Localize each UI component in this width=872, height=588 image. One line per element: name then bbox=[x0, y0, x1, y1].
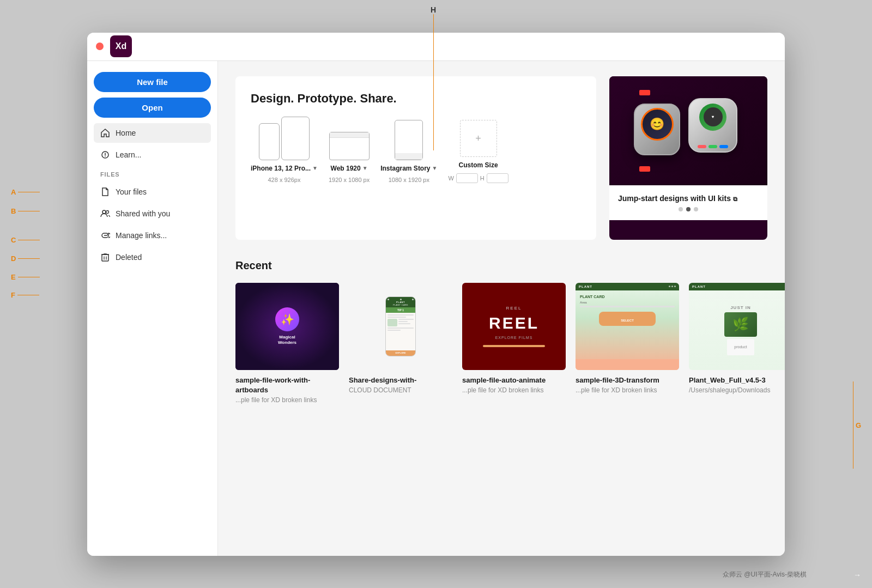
custom-size-inputs: W H bbox=[448, 173, 508, 183]
sidebar: New file Open Home bbox=[87, 61, 218, 556]
watermark: 众师云 @UI平面-Avis-柴晓棋 bbox=[723, 570, 807, 579]
recent-title: Recent bbox=[235, 259, 767, 272]
template-instagram[interactable]: Instagram Story ▼ 1080 x 1920 px bbox=[380, 120, 437, 183]
sidebar-item-home-label: Home bbox=[116, 129, 136, 137]
carousel-dots bbox=[618, 207, 759, 211]
link-icon bbox=[100, 231, 110, 240]
recent-item-3-name: sample-file-auto-animate bbox=[462, 375, 566, 385]
hero-templates-panel: Design. Prototype. Share. iPhone 13, 12 … bbox=[235, 76, 596, 240]
recent-thumb-3: REEL REEL EXPLORE FILMS bbox=[462, 283, 566, 370]
sidebar-item-shared-label: Shared with you bbox=[116, 209, 170, 218]
recent-item-3[interactable]: REEL REEL EXPLORE FILMS sample-file-auto… bbox=[462, 283, 566, 404]
recent-thumb-4: PLANT PLANT CARD Area bbox=[576, 283, 679, 370]
template-iphone-name: iPhone 13, 12 Pro... bbox=[251, 165, 311, 172]
carousel-dot-3[interactable] bbox=[694, 207, 698, 211]
custom-h-input[interactable] bbox=[487, 173, 508, 183]
recent-item-5-sub: /Users/shalegup/Downloads bbox=[689, 386, 785, 394]
titlebar: Xd bbox=[87, 33, 785, 61]
carousel-dot-2[interactable] bbox=[686, 207, 691, 211]
hero-title: Design. Prototype. Share. bbox=[251, 92, 581, 106]
shared-icon bbox=[100, 209, 110, 219]
carousel-dot-1[interactable] bbox=[679, 207, 683, 211]
ui-kits-image: ♥ bbox=[609, 76, 767, 185]
home-icon bbox=[100, 128, 110, 138]
recent-item-2-name: Share-designs-with- bbox=[349, 375, 452, 385]
sidebar-item-your-files[interactable]: Your files bbox=[94, 182, 211, 202]
sidebar-item-your-files-label: Your files bbox=[116, 187, 147, 196]
trash-icon bbox=[100, 252, 110, 262]
template-iphone[interactable]: iPhone 13, 12 Pro... ▼ 428 x 926px bbox=[251, 117, 318, 183]
recent-thumb-1: ✨ MagicalWonders → bbox=[235, 283, 339, 370]
template-iphone-size: 428 x 926px bbox=[268, 177, 301, 183]
template-instagram-size: 1080 x 1920 px bbox=[389, 177, 429, 183]
annotation-G: G bbox=[853, 381, 861, 469]
custom-h-label: H bbox=[480, 175, 485, 181]
template-web-size: 1920 x 1080 px bbox=[329, 177, 370, 183]
ui-kits-panel[interactable]: ♥ bbox=[609, 76, 767, 240]
custom-w-input[interactable] bbox=[456, 173, 478, 183]
annotation-D: D bbox=[11, 254, 40, 263]
open-button[interactable]: Open bbox=[94, 98, 211, 118]
annotation-F: F bbox=[11, 291, 39, 299]
learn-icon bbox=[100, 150, 110, 160]
recent-item-4[interactable]: PLANT PLANT CARD Area bbox=[576, 283, 679, 404]
sidebar-item-learn-label: Learn... bbox=[116, 150, 141, 159]
sidebar-item-deleted-label: Deleted bbox=[116, 253, 142, 262]
sidebar-item-learn[interactable]: Learn... bbox=[94, 145, 211, 165]
close-button[interactable] bbox=[96, 43, 104, 50]
template-row: iPhone 13, 12 Pro... ▼ 428 x 926px We bbox=[251, 117, 581, 183]
custom-w-label: W bbox=[448, 175, 453, 181]
template-custom[interactable]: + Custom Size W H bbox=[448, 120, 508, 183]
ui-kits-title: Jump-start designs with UI kits ⧉ bbox=[618, 194, 759, 203]
hero-section: Design. Prototype. Share. iPhone 13, 12 … bbox=[235, 76, 767, 240]
sidebar-item-home[interactable]: Home bbox=[94, 123, 211, 143]
svg-point-3 bbox=[106, 210, 109, 213]
annotation-B: B bbox=[11, 207, 40, 215]
new-file-button[interactable]: New file bbox=[94, 72, 211, 92]
recent-item-5-name: Plant_Web_Full_v4.5-3 bbox=[689, 375, 785, 385]
template-web[interactable]: Web 1920 ▼ 1920 x 1080 px bbox=[329, 132, 370, 183]
file-icon bbox=[100, 187, 110, 197]
recent-item-5[interactable]: PLANT JUST IN bbox=[689, 283, 785, 404]
template-iphone-dropdown-icon[interactable]: ▼ bbox=[312, 165, 318, 171]
annotation-E: E bbox=[11, 273, 40, 281]
recent-item-3-sub: ...ple file for XD broken links bbox=[462, 386, 566, 394]
main-content: Design. Prototype. Share. iPhone 13, 12 … bbox=[218, 61, 785, 556]
annotation-A: A bbox=[11, 188, 40, 196]
template-instagram-dropdown-icon[interactable]: ▼ bbox=[432, 165, 438, 171]
svg-point-2 bbox=[102, 210, 106, 214]
recent-thumb-2: PLANT PLANT CARE TIP 1 bbox=[349, 283, 452, 370]
recent-item-2-sub: CLOUD DOCUMENT bbox=[349, 386, 452, 394]
recent-item-4-sub: ...ple file for XD broken links bbox=[576, 386, 679, 394]
ui-kits-info: Jump-start designs with UI kits ⧉ bbox=[609, 185, 767, 220]
app-body: New file Open Home bbox=[87, 61, 785, 556]
annotation-C: C bbox=[11, 236, 40, 244]
template-web-dropdown-icon[interactable]: ▼ bbox=[362, 165, 368, 171]
recent-thumb-5: PLANT JUST IN bbox=[689, 283, 785, 370]
template-web-name: Web 1920 bbox=[331, 165, 361, 172]
template-custom-name: Custom Size bbox=[459, 161, 498, 169]
recent-section: Recent ✨ MagicalWonders → bbox=[235, 259, 767, 404]
recent-grid: ✨ MagicalWonders → sample-file-work-with… bbox=[235, 283, 767, 404]
recent-item-1[interactable]: ✨ MagicalWonders → sample-file-work-with… bbox=[235, 283, 339, 404]
xd-logo: Xd bbox=[110, 35, 132, 57]
sidebar-item-deleted[interactable]: Deleted bbox=[94, 247, 211, 267]
recent-item-2[interactable]: PLANT PLANT CARE TIP 1 bbox=[349, 283, 452, 404]
sidebar-item-shared[interactable]: Shared with you bbox=[94, 204, 211, 223]
files-section-label: FILES bbox=[94, 167, 211, 180]
recent-item-1-name: sample-file-work-with-artboards bbox=[235, 375, 339, 395]
svg-rect-4 bbox=[102, 254, 108, 261]
recent-item-4-name: sample-file-3D-transform bbox=[576, 375, 679, 385]
sidebar-item-manage-links-label: Manage links... bbox=[116, 231, 167, 240]
sidebar-item-manage-links[interactable]: Manage links... bbox=[94, 226, 211, 245]
template-instagram-name: Instagram Story bbox=[380, 165, 430, 172]
svg-point-1 bbox=[105, 156, 106, 157]
recent-item-1-sub: ...ple file for XD broken links bbox=[235, 396, 339, 404]
app-window: Xd New file Open Home bbox=[87, 33, 785, 556]
